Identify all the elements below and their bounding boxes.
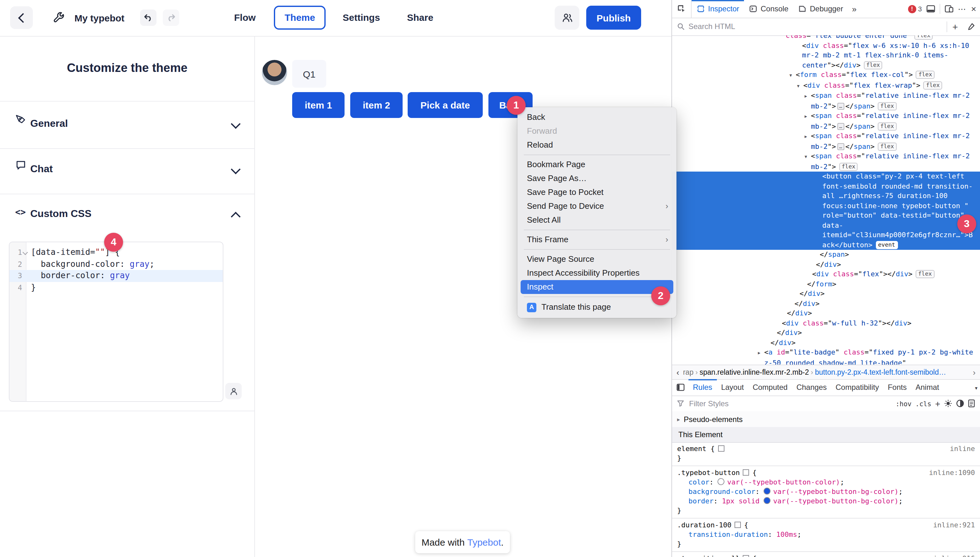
- redo-button[interactable]: [163, 10, 179, 26]
- menu-item-translate-this-page[interactable]: ATranslate this page: [520, 300, 673, 315]
- flex-badge[interactable]: flex: [864, 61, 882, 69]
- twisty-icon[interactable]: ▾: [805, 152, 811, 162]
- flex-badge[interactable]: flex: [916, 270, 934, 278]
- stylesheet-link[interactable]: inline: [950, 444, 975, 454]
- devtools-tab-inspector[interactable]: Inspector: [691, 0, 744, 18]
- dom-node[interactable]: ▾<span class="relative inline-flex mr-2 …: [672, 151, 980, 172]
- flex-badge[interactable]: flex: [916, 71, 934, 79]
- highlight-target-icon[interactable]: [743, 469, 749, 476]
- stylesheet-link[interactable]: inline:921: [933, 520, 975, 530]
- tab-flow[interactable]: Flow: [234, 12, 256, 23]
- section-custom-css[interactable]: <> Custom CSS: [0, 202, 254, 227]
- sidebar-toggle-icon[interactable]: [672, 379, 688, 396]
- dom-node[interactable]: </form>: [672, 279, 980, 289]
- typebot-title[interactable]: My typebot: [75, 13, 124, 23]
- dom-node[interactable]: ▸<a id="lite-badge" class="fixed py-1 px…: [672, 348, 980, 365]
- collaborators-button[interactable]: [555, 6, 579, 29]
- event-badge[interactable]: event: [876, 241, 898, 249]
- dom-node[interactable]: </div>: [672, 308, 980, 318]
- tab-computed[interactable]: Computed: [748, 379, 792, 396]
- dom-node[interactable]: class="flex bubble enter done"flex: [672, 35, 980, 41]
- toggle-hover[interactable]: :hov: [895, 400, 912, 407]
- twisty-icon[interactable]: ▾: [797, 81, 803, 91]
- flex-badge[interactable]: flex: [878, 142, 896, 150]
- css-declaration[interactable]: background-color: var(--typebot-button-b…: [677, 487, 975, 497]
- tab-animations[interactable]: Animat: [911, 379, 944, 396]
- breadcrumb-item[interactable]: rap: [681, 368, 695, 376]
- light-theme-icon[interactable]: [944, 399, 952, 407]
- rule-selector[interactable]: .typebot-button: [677, 469, 740, 477]
- highlight-target-icon[interactable]: [735, 522, 741, 528]
- fold-chevron-icon[interactable]: [23, 250, 28, 255]
- color-swatch[interactable]: [763, 488, 771, 495]
- flex-badge[interactable]: flex: [878, 122, 896, 130]
- twisty-icon[interactable]: ▸: [805, 112, 811, 121]
- dom-node[interactable]: <div class="w-full h-32"></div>: [672, 318, 980, 328]
- rule-selector[interactable]: element: [677, 445, 706, 453]
- section-general[interactable]: General: [0, 112, 254, 137]
- flex-badge[interactable]: flex: [839, 163, 858, 171]
- choice-button-pick-a-date[interactable]: Pick a date: [408, 92, 483, 118]
- tab-theme[interactable]: Theme: [274, 6, 326, 29]
- breadcrumb-item-active[interactable]: button.py-2.px-4.text-left.font-semibold…: [813, 368, 948, 376]
- tabs-overflow-icon[interactable]: ▾: [975, 385, 977, 391]
- twisty-icon[interactable]: ▸: [805, 132, 811, 142]
- responsive-mode-icon[interactable]: [945, 5, 954, 13]
- menu-item-reload[interactable]: Reload: [520, 138, 673, 152]
- css-declaration[interactable]: color: var(--typebot-button-color);: [677, 477, 975, 487]
- menu-item-bookmark-page[interactable]: Bookmark Page: [520, 158, 673, 172]
- dom-node[interactable]: </div>: [672, 299, 980, 308]
- choice-button-item1[interactable]: item 1: [292, 92, 344, 118]
- rule-selector[interactable]: .duration-100: [677, 521, 731, 529]
- back-button[interactable]: [10, 6, 33, 29]
- pseudo-elements-section[interactable]: ▸ Pseudo-elements: [672, 411, 980, 428]
- css-declaration[interactable]: border: 1px solid var(--typebot-button-b…: [677, 497, 975, 506]
- dom-node[interactable]: </span>: [672, 250, 980, 260]
- tab-compatibility[interactable]: Compatibility: [831, 379, 883, 396]
- twisty-icon[interactable]: ▸: [805, 91, 811, 101]
- tab-share[interactable]: Share: [407, 12, 433, 23]
- dom-node-selected[interactable]: <button class="py-2 px-4 text-left font-…: [672, 172, 980, 250]
- node-picker-button[interactable]: [672, 0, 691, 18]
- breadcrumb-back-icon[interactable]: ‹: [675, 367, 681, 377]
- choice-button-item2[interactable]: item 2: [350, 92, 403, 118]
- dom-node[interactable]: ▸<span class="relative inline-flex mr-2 …: [672, 91, 980, 111]
- css-declaration[interactable]: transition-duration: 100ms;: [677, 530, 975, 539]
- devtools-menu-icon[interactable]: ⋯: [958, 4, 967, 13]
- dom-node[interactable]: </div>: [672, 328, 980, 338]
- dom-node[interactable]: </div>: [672, 289, 980, 299]
- toggle-class[interactable]: .cls: [915, 400, 931, 407]
- rule-selector[interactable]: .transition-all: [677, 554, 740, 557]
- menu-item-inspect[interactable]: Inspect: [520, 280, 673, 294]
- dom-node[interactable]: </div>: [672, 338, 980, 348]
- section-chat[interactable]: Chat: [0, 157, 254, 182]
- dom-node[interactable]: ▾<div class="flex flex-wrap">flex: [672, 80, 980, 91]
- add-rule-icon[interactable]: +: [935, 398, 940, 409]
- menu-item-send-page-to-device[interactable]: Send Page to Device›: [520, 199, 673, 213]
- stylesheet-link[interactable]: inline:916: [933, 554, 975, 557]
- dom-node[interactable]: ▸<span class="relative inline-flex mr-2 …: [672, 111, 980, 131]
- flex-badge[interactable]: flex: [878, 102, 896, 110]
- tab-changes[interactable]: Changes: [792, 379, 831, 396]
- menu-item-save-page-to-pocket[interactable]: Save Page to Pocket: [520, 186, 673, 199]
- print-media-icon[interactable]: [956, 399, 964, 407]
- publish-button[interactable]: Publish: [586, 6, 641, 29]
- menu-item-inspect-accessibility-properties[interactable]: Inspect Accessibility Properties: [520, 266, 673, 280]
- breadcrumb-item[interactable]: span.relative.inline-flex.mr-2.mb-2: [698, 368, 810, 376]
- error-count-button[interactable]: ! 3: [908, 5, 921, 13]
- undo-button[interactable]: [140, 10, 157, 26]
- tab-rules[interactable]: Rules: [688, 379, 717, 396]
- menu-item-forward[interactable]: Forward: [520, 124, 673, 138]
- menu-item-view-page-source[interactable]: View Page Source: [520, 252, 673, 266]
- css-editor[interactable]: 1[data-itemid=""] {2 background-color: g…: [9, 242, 223, 402]
- add-rule-icon[interactable]: +: [947, 21, 963, 32]
- highlight-target-icon[interactable]: [743, 555, 749, 557]
- tab-settings[interactable]: Settings: [342, 12, 380, 23]
- devtools-close-icon[interactable]: ×: [971, 4, 976, 14]
- eyedropper-icon[interactable]: [967, 23, 975, 31]
- split-console-icon[interactable]: [926, 5, 935, 13]
- menu-item-save-page-as[interactable]: Save Page As…: [520, 172, 673, 186]
- twisty-icon[interactable]: ▸: [758, 348, 764, 358]
- dom-node[interactable]: <div class="flex"></div>flex: [672, 269, 980, 279]
- tab-layout[interactable]: Layout: [717, 379, 748, 396]
